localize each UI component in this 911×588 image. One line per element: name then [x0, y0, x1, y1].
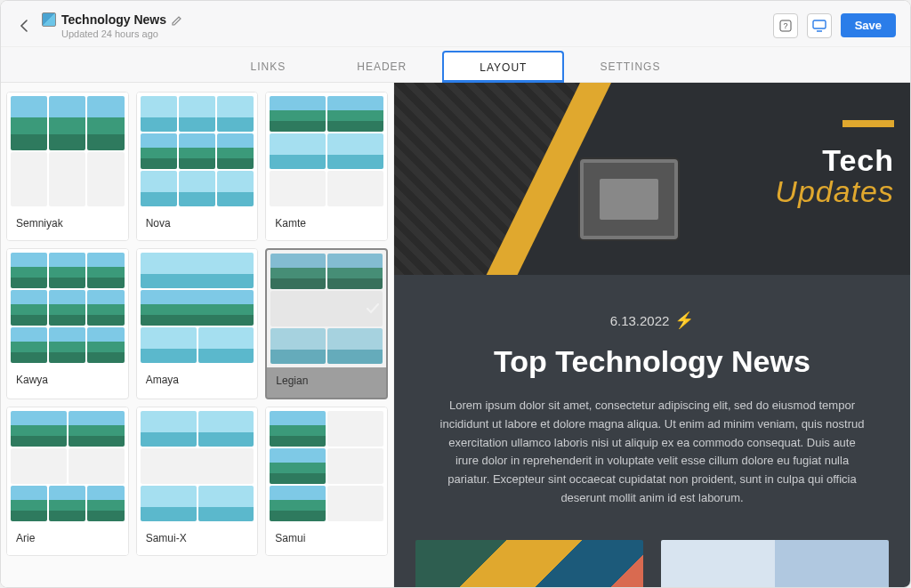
template-card-legian[interactable]: Legian — [265, 248, 388, 399]
document-title: Technology News — [61, 12, 166, 27]
bolt-icon: ⚡ — [674, 310, 694, 330]
edit-title-icon[interactable] — [172, 13, 184, 26]
save-button[interactable]: Save — [841, 13, 896, 37]
template-name: Samui — [266, 525, 387, 555]
article-title: Top Technology News — [437, 344, 867, 379]
hero-cpu-image — [580, 159, 678, 239]
document-icon — [42, 12, 56, 27]
template-name: Kamte — [266, 210, 387, 240]
tabs: LINKS HEADER LAYOUT SETTINGS — [1, 47, 910, 83]
template-card-arie[interactable]: Arie — [6, 407, 129, 556]
template-card-kamte[interactable]: Kamte — [265, 92, 388, 241]
svg-rect-2 — [813, 20, 826, 28]
article-date: 6.13.2022 ⚡ — [437, 310, 867, 330]
template-card-semniyak[interactable]: Semniyak — [6, 92, 129, 241]
tab-settings[interactable]: SETTINGS — [564, 52, 696, 82]
template-card-amaya[interactable]: Amaya — [136, 248, 259, 399]
hero-banner: Tech Updates — [394, 83, 910, 275]
template-card-samui[interactable]: Samui — [265, 407, 388, 556]
template-card-nova[interactable]: Nova — [136, 92, 259, 241]
tab-layout[interactable]: LAYOUT — [442, 51, 564, 83]
tab-links[interactable]: LINKS — [215, 52, 322, 82]
template-name: Samui-X — [137, 525, 258, 555]
preview-panel: Tech Updates 6.13.2022 ⚡ Top Technology … — [394, 83, 910, 587]
topbar: Technology News Updated 24 hours ago ? S… — [1, 1, 910, 47]
back-button[interactable] — [15, 17, 33, 35]
article-section: 6.13.2022 ⚡ Top Technology News Lorem ip… — [394, 275, 910, 540]
template-name: Legian — [267, 367, 386, 398]
tab-header[interactable]: HEADER — [321, 52, 442, 82]
template-card-kawya[interactable]: Kawya — [6, 248, 129, 399]
template-name: Amaya — [137, 366, 258, 397]
template-name: Nova — [137, 210, 258, 240]
template-panel: SemniyakNovaKamteKawyaAmayaLegianArieSam… — [1, 83, 394, 587]
template-name: Kawya — [7, 366, 128, 397]
hero-title-1: Tech — [775, 145, 894, 175]
news-cards: Oracle Autonomous — [394, 540, 910, 587]
hero-title-2: Updates — [775, 175, 894, 208]
template-name: Semniyak — [7, 210, 128, 240]
svg-text:?: ? — [783, 21, 787, 30]
preview-button[interactable] — [807, 13, 832, 38]
template-name: Arie — [7, 525, 128, 555]
help-button[interactable]: ? — [773, 13, 798, 38]
news-card-2[interactable] — [661, 540, 889, 587]
news-card-1[interactable]: Oracle Autonomous — [415, 540, 643, 587]
last-updated: Updated 24 hours ago — [61, 28, 184, 39]
article-body: Lorem ipsum dolor sit amet, consectetur … — [437, 397, 867, 508]
template-card-samui-x[interactable]: Samui-X — [136, 407, 259, 556]
selected-check-icon — [365, 301, 381, 317]
